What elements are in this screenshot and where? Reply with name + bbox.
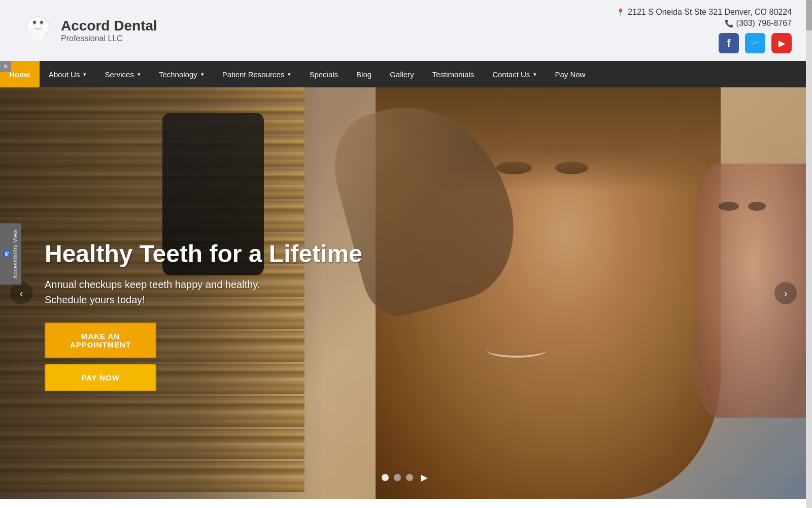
carousel-dots: ▶ [382, 471, 430, 484]
carousel-prev-button[interactable]: ‹ [10, 282, 32, 304]
logo-sub: Professional LLC [61, 34, 157, 43]
nav-home-label: Home [9, 70, 30, 79]
navbar: Home About Us ▾ Services ▾ Technology ▾ … [0, 61, 812, 87]
nav-patient-resources-label: Patient Resources [222, 70, 285, 79]
make-appointment-button[interactable]: MAKE AN APPOINTMENT [45, 323, 156, 358]
nav-contact-us[interactable]: Contact Us ▾ [483, 61, 546, 87]
logo-area[interactable]: Accord Dental Professional LLC [20, 13, 157, 48]
nav-technology[interactable]: Technology ▾ [150, 61, 213, 87]
phone-number: (303) 796-8767 [736, 19, 792, 28]
scrollbar[interactable] [806, 0, 812, 499]
logo-icon [20, 13, 56, 48]
logo-text: Accord Dental Professional LLC [61, 18, 157, 43]
hero-content: Healthy Teeth for a Lifetime Annual chec… [45, 239, 362, 397]
nav-blog-label: Blog [356, 70, 371, 79]
technology-chevron-icon: ▾ [201, 71, 204, 78]
nav-testimonials-label: Testimonials [432, 70, 475, 79]
twitter-link[interactable]: 🐦 [745, 33, 765, 53]
pay-now-button[interactable]: PAY NOW [45, 364, 156, 391]
hero-subtitle-line2: Schedule yours today! [45, 294, 145, 305]
hero-right-area [304, 87, 812, 499]
carousel-dot-3[interactable] [406, 474, 413, 481]
accessibility-close-button[interactable]: ✕ [0, 61, 11, 72]
patient-resources-chevron-icon: ▾ [288, 71, 291, 78]
twitter-icon: 🐦 [750, 38, 761, 49]
carousel-next-button[interactable]: › [774, 282, 797, 304]
nav-specials[interactable]: Specials [300, 61, 347, 87]
nav-gallery-label: Gallery [390, 70, 414, 79]
facebook-icon: f [727, 38, 731, 49]
address-line: 📍 2121 S Oneida St Ste 321 Denver, CO 80… [616, 8, 792, 17]
facebook-link[interactable]: f [719, 33, 739, 53]
svg-point-3 [33, 21, 36, 24]
nav-patient-resources[interactable]: Patient Resources ▾ [213, 61, 300, 87]
hero-section: Healthy Teeth for a Lifetime Annual chec… [0, 87, 812, 499]
nav-testimonials[interactable]: Testimonials [423, 61, 484, 87]
chevron-right-icon: › [784, 288, 788, 299]
carousel-dot-2[interactable] [394, 474, 401, 481]
carousel-dot-1[interactable] [382, 474, 389, 481]
nav-pay-now-label: Pay Now [555, 70, 585, 79]
phone-icon: 📞 [725, 19, 733, 27]
hero-subtitle-line1: Annual checkups keep teeth happy and hea… [45, 279, 260, 290]
address-text: 2121 S Oneida St Ste 321 Denver, CO 8022… [628, 8, 792, 17]
about-us-chevron-icon: ▾ [83, 71, 86, 78]
nav-services-label: Services [105, 70, 134, 79]
hero-title: Healthy Teeth for a Lifetime [45, 239, 362, 269]
contact-info: 📍 2121 S Oneida St Ste 321 Denver, CO 80… [616, 8, 792, 28]
contact-us-chevron-icon: ▾ [533, 71, 536, 78]
header: Accord Dental Professional LLC 📍 2121 S … [0, 0, 812, 61]
hero-subtitle: Annual checkups keep teeth happy and hea… [45, 277, 362, 307]
carousel-play-button[interactable]: ▶ [418, 471, 430, 484]
scrollbar-thumb[interactable] [806, 0, 812, 30]
nav-pay-now[interactable]: Pay Now [546, 61, 594, 87]
nav-contact-us-label: Contact Us [492, 70, 530, 79]
play-icon: ▶ [421, 472, 428, 483]
accessibility-icon: ♿ [3, 251, 10, 258]
accessibility-label: Accessibility View [13, 230, 18, 279]
close-icon: ✕ [3, 63, 8, 70]
accessibility-sidebar[interactable]: ♿ Accessibility View [0, 224, 21, 285]
location-icon: 📍 [616, 8, 625, 16]
social-icons: f 🐦 ▶ [719, 33, 792, 53]
youtube-icon: ▶ [779, 39, 785, 48]
services-chevron-icon: ▾ [138, 71, 141, 78]
nav-technology-label: Technology [159, 70, 197, 79]
svg-point-4 [40, 21, 43, 24]
nav-specials-label: Specials [309, 70, 338, 79]
nav-blog[interactable]: Blog [347, 61, 381, 87]
logo-name: Accord Dental [61, 18, 157, 34]
nav-services[interactable]: Services ▾ [95, 61, 150, 87]
nav-about-us-label: About Us [49, 70, 80, 79]
phone-line[interactable]: 📞 (303) 796-8767 [616, 19, 792, 28]
nav-about-us[interactable]: About Us ▾ [40, 61, 96, 87]
nav-gallery[interactable]: Gallery [381, 61, 423, 87]
chevron-left-icon: ‹ [20, 288, 23, 299]
youtube-link[interactable]: ▶ [771, 33, 792, 53]
